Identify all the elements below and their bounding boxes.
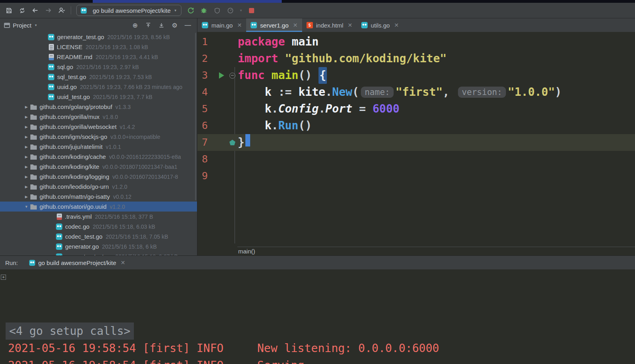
- code-token: Config: [278, 101, 318, 117]
- tab-index-html[interactable]: 5index.html✕: [302, 18, 357, 32]
- gear-icon[interactable]: ⚙: [169, 21, 180, 30]
- chevron-right-icon[interactable]: ▶: [22, 195, 30, 199]
- chevron-right-icon[interactable]: ▶: [22, 155, 30, 159]
- coverage-icon[interactable]: [213, 6, 221, 14]
- chevron-right-icon[interactable]: ▶: [22, 145, 30, 149]
- run-button[interactable]: [187, 6, 195, 14]
- fold-expand-icon[interactable]: +: [1, 275, 6, 280]
- code-token: [285, 34, 292, 50]
- sync-icon[interactable]: [18, 6, 26, 14]
- tree-item[interactable]: ▶github.com/gorilla/muxv1.8.0: [0, 112, 197, 122]
- user-icon[interactable]: [58, 6, 66, 14]
- code-line[interactable]: 2import "github.com/koding/kite": [197, 50, 635, 67]
- run-main-icon[interactable]: [219, 72, 224, 79]
- chevron-down-icon[interactable]: ▼: [22, 205, 30, 209]
- tree-item[interactable]: sql_test.go2021/5/16 19:23, 7.53 kB: [0, 72, 197, 82]
- save-icon[interactable]: [5, 6, 13, 14]
- tree-item[interactable]: ▶github.com/golang/protobufv1.3.3: [0, 102, 197, 112]
- project-panel-header: Project ▼ ⊕ ⚙ —: [0, 18, 197, 32]
- code-token: "first": [396, 84, 443, 101]
- code-editor[interactable]: 1package main2import "github.com/koding/…: [197, 32, 635, 247]
- run-gutter-slot: [216, 67, 227, 84]
- tree-item[interactable]: generator.go2021/5/16 15:18, 6 kB: [0, 241, 197, 251]
- chevron-right-icon[interactable]: ▶: [22, 165, 30, 169]
- chevron-right-icon[interactable]: ▶: [22, 175, 30, 179]
- locate-file-icon[interactable]: ⊕: [130, 21, 140, 30]
- code-token: "1.0.0": [508, 84, 555, 101]
- project-scrollbar[interactable]: [195, 33, 196, 200]
- tree-item[interactable]: generator_test.go2021/5/16 15:18, 3.67 k…: [0, 251, 197, 255]
- code-token: [278, 50, 285, 67]
- tree-item[interactable]: ▶github.com/koding/loggingv0.0.0-2016072…: [0, 172, 197, 182]
- close-icon[interactable]: ✕: [293, 22, 298, 28]
- tree-item[interactable]: ▶github.com/juju/ratelimitv1.0.1: [0, 142, 197, 152]
- tree-item-meta: v1.2.0: [112, 184, 127, 190]
- profiler-icon[interactable]: [226, 6, 234, 14]
- tab-main-go[interactable]: main.go✕: [197, 18, 246, 32]
- close-icon[interactable]: ✕: [394, 22, 399, 28]
- code-token: .: [271, 101, 278, 117]
- debug-button[interactable]: [200, 6, 208, 14]
- code-line[interactable]: 1package main: [197, 34, 635, 50]
- tree-item[interactable]: sql.go2021/5/16 19:23, 2.97 kB: [0, 62, 197, 72]
- chevron-right-icon[interactable]: ▶: [22, 125, 30, 129]
- bookmark-icon[interactable]: [229, 140, 235, 145]
- code-token: }: [238, 134, 245, 151]
- collapse-all-icon[interactable]: [143, 21, 153, 30]
- close-icon[interactable]: ✕: [348, 22, 352, 28]
- tree-item[interactable]: .travis.yml2021/5/16 15:18, 377 B: [0, 212, 197, 222]
- code-line[interactable]: 9: [197, 168, 635, 184]
- code-line[interactable]: 4 k := kite.New(name:"first", version:"1…: [197, 84, 635, 101]
- tree-item[interactable]: ▶github.com/koding/kitev0.0.0-2018071002…: [0, 162, 197, 172]
- more-tools-chevron-icon[interactable]: ▼: [239, 9, 243, 12]
- tree-item-label: generator_test.go: [57, 34, 104, 40]
- tab-server1-go[interactable]: server1.go✕: [246, 18, 302, 32]
- tree-item[interactable]: ▶github.com/igm/sockjs-gov3.0.0+incompat…: [0, 132, 197, 142]
- console-folded-region[interactable]: <4 go setup calls>: [8, 322, 635, 340]
- tree-item-meta: 2021/5/16 15:18, 6 kB: [102, 243, 157, 250]
- project-panel-title[interactable]: Project: [13, 22, 32, 29]
- close-icon[interactable]: ✕: [237, 22, 242, 28]
- gutter-slot: [216, 134, 227, 151]
- code-line[interactable]: 3func main() {: [197, 67, 635, 84]
- tree-item[interactable]: LICENSE2021/5/16 19:23, 1.08 kB: [0, 42, 197, 52]
- tree-item[interactable]: uuid_test.go2021/5/16 19:23, 7.7 kB: [0, 92, 197, 102]
- back-icon[interactable]: [31, 6, 39, 14]
- code-line[interactable]: 8: [197, 151, 635, 168]
- stop-button[interactable]: [248, 6, 256, 14]
- enclosing-function-label[interactable]: main(): [238, 248, 255, 255]
- hide-panel-icon[interactable]: —: [183, 21, 193, 30]
- folded-text[interactable]: <4 go setup calls>: [6, 322, 134, 340]
- chevron-right-icon[interactable]: ▶: [22, 185, 30, 189]
- tree-item[interactable]: ▶github.com/mattn/go-isattyv0.0.12: [0, 192, 197, 202]
- gutter-slot: [227, 168, 238, 184]
- tree-item[interactable]: codec_test.go2021/5/16 15:18, 7.05 kB: [0, 231, 197, 241]
- tree-item[interactable]: README.md2021/5/16 19:23, 4.41 kB: [0, 52, 197, 62]
- chevron-right-icon[interactable]: ▶: [22, 135, 30, 139]
- html-file-icon: 5: [307, 22, 313, 28]
- run-tab[interactable]: go build awesomeProject/kite ✕: [29, 259, 125, 266]
- chevron-right-icon[interactable]: ▶: [22, 105, 30, 109]
- tree-item[interactable]: ▼github.com/satori/go.uuidv1.2.0: [0, 202, 197, 212]
- tree-item[interactable]: ▶github.com/gorilla/websocketv1.4.2: [0, 122, 197, 132]
- chevron-right-icon[interactable]: ▶: [22, 115, 30, 119]
- code-line[interactable]: 5 k.Config.Port = 6000: [197, 101, 635, 117]
- gutter-slot: [216, 168, 227, 184]
- gutter-slot: [216, 151, 227, 168]
- close-icon[interactable]: ✕: [121, 259, 125, 266]
- tree-item[interactable]: ▶github.com/leodido/go-urnv1.2.0: [0, 182, 197, 192]
- code-line[interactable]: 6 k.Run(): [197, 117, 635, 134]
- code-line[interactable]: 7}: [197, 134, 635, 151]
- scroll-to-source-icon[interactable]: [156, 21, 167, 30]
- tree-item[interactable]: generator_test.go2021/5/16 19:23, 8.56 k…: [0, 32, 197, 42]
- code-token: ,: [443, 84, 456, 101]
- gutter-slot: [227, 117, 238, 134]
- tree-item[interactable]: codec.go2021/5/16 15:18, 6.03 kB: [0, 222, 197, 231]
- tab-utils-go[interactable]: utils.go✕: [357, 18, 403, 32]
- tree-item[interactable]: ▶github.com/koding/cachev0.0.0-201612222…: [0, 152, 197, 162]
- fold-icon[interactable]: [229, 73, 235, 79]
- project-view-chevron-icon[interactable]: ▼: [34, 24, 38, 27]
- run-config-select[interactable]: go build awesomeProject/kite ▼: [76, 5, 181, 16]
- tree-item[interactable]: uuid.go2021/5/16 19:23, 7.66 kB 23 minut…: [0, 82, 197, 92]
- forward-icon[interactable]: [44, 6, 52, 14]
